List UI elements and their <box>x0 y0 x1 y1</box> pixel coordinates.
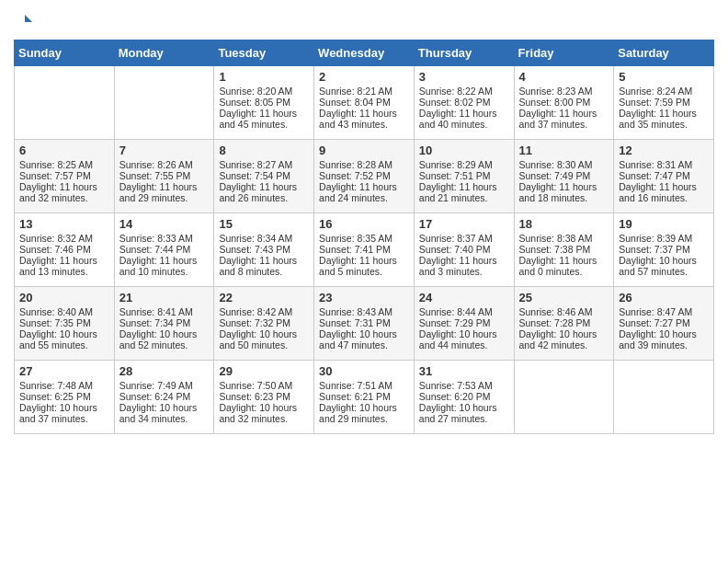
day-number: 26 <box>619 291 709 304</box>
day-number: 13 <box>19 217 109 231</box>
day-info: Sunset: 7:44 PM <box>119 244 210 255</box>
day-number: 18 <box>519 217 609 231</box>
day-info: Daylight: 11 hours and 5 minutes. <box>319 255 409 277</box>
day-info: Sunset: 7:27 PM <box>619 317 709 328</box>
day-info: Sunset: 7:43 PM <box>219 244 309 255</box>
day-number: 14 <box>119 217 210 231</box>
day-number: 7 <box>119 144 210 157</box>
day-info: Sunset: 7:32 PM <box>219 317 309 328</box>
day-number: 15 <box>219 217 309 231</box>
week-row-1: 1Sunrise: 8:20 AMSunset: 8:05 PMDaylight… <box>15 65 714 139</box>
calendar-cell: 18Sunrise: 8:38 AMSunset: 7:38 PMDayligh… <box>514 213 614 286</box>
day-info: Sunrise: 8:29 AM <box>419 159 509 170</box>
header-day-thursday: Thursday <box>414 40 514 65</box>
calendar-cell: 6Sunrise: 8:25 AMSunset: 7:57 PMDaylight… <box>15 139 115 213</box>
calendar-cell: 16Sunrise: 8:35 AMSunset: 7:41 PMDayligh… <box>314 213 415 286</box>
day-info: Sunrise: 8:26 AM <box>119 159 210 170</box>
day-info: Daylight: 10 hours and 27 minutes. <box>419 402 509 424</box>
day-info: Sunset: 7:47 PM <box>619 170 709 181</box>
calendar-cell: 13Sunrise: 8:32 AMSunset: 7:46 PMDayligh… <box>15 213 115 286</box>
day-info: Sunrise: 8:25 AM <box>19 159 109 170</box>
day-info: Sunset: 8:02 PM <box>419 97 509 108</box>
header-day-saturday: Saturday <box>614 40 714 65</box>
day-info: Daylight: 10 hours and 50 minutes. <box>219 328 309 350</box>
calendar-cell: 9Sunrise: 8:28 AMSunset: 7:52 PMDaylight… <box>314 139 415 213</box>
day-info: Sunset: 8:04 PM <box>319 97 409 108</box>
day-number: 1 <box>219 70 309 84</box>
day-info: Daylight: 10 hours and 37 minutes. <box>19 402 109 424</box>
header-day-tuesday: Tuesday <box>214 40 314 65</box>
calendar-cell <box>15 65 115 139</box>
day-info: Sunrise: 8:28 AM <box>319 159 409 170</box>
day-info: Daylight: 11 hours and 37 minutes. <box>519 108 609 130</box>
calendar-cell: 19Sunrise: 8:39 AMSunset: 7:37 PMDayligh… <box>614 213 714 286</box>
day-info: Sunset: 7:34 PM <box>119 317 210 328</box>
day-info: Sunset: 8:05 PM <box>219 97 309 108</box>
calendar-cell: 15Sunrise: 8:34 AMSunset: 7:43 PMDayligh… <box>214 213 314 286</box>
day-info: Daylight: 11 hours and 8 minutes. <box>219 255 309 277</box>
day-info: Sunrise: 8:22 AM <box>419 86 509 97</box>
day-info: Sunrise: 8:21 AM <box>319 86 409 97</box>
day-info: Daylight: 11 hours and 35 minutes. <box>619 108 709 130</box>
day-number: 16 <box>319 217 409 231</box>
day-info: Sunset: 7:37 PM <box>619 244 709 255</box>
calendar-cell <box>114 65 214 139</box>
day-number: 8 <box>219 144 309 157</box>
week-row-3: 13Sunrise: 8:32 AMSunset: 7:46 PMDayligh… <box>15 213 714 286</box>
day-number: 4 <box>519 70 609 84</box>
day-info: Sunset: 7:49 PM <box>519 170 609 181</box>
calendar-cell: 31Sunrise: 7:53 AMSunset: 6:20 PMDayligh… <box>414 360 514 433</box>
day-info: Sunrise: 7:48 AM <box>19 380 109 391</box>
day-info: Sunrise: 8:40 AM <box>19 306 109 317</box>
day-info: Sunrise: 8:35 AM <box>319 233 409 244</box>
day-info: Daylight: 10 hours and 44 minutes. <box>419 328 509 350</box>
day-info: Daylight: 11 hours and 45 minutes. <box>219 108 309 130</box>
day-number: 3 <box>419 70 509 84</box>
day-number: 20 <box>19 291 109 304</box>
day-info: Sunrise: 8:30 AM <box>519 159 609 170</box>
day-number: 2 <box>319 70 409 84</box>
day-number: 9 <box>319 144 409 157</box>
calendar-cell <box>614 360 714 433</box>
day-info: Daylight: 10 hours and 42 minutes. <box>519 328 609 350</box>
day-info: Daylight: 10 hours and 52 minutes. <box>119 328 210 350</box>
day-number: 31 <box>419 364 509 378</box>
day-info: Sunset: 8:00 PM <box>519 97 609 108</box>
day-number: 22 <box>219 291 309 304</box>
header-day-sunday: Sunday <box>15 40 115 65</box>
day-info: Sunset: 7:35 PM <box>19 317 109 328</box>
day-number: 21 <box>119 291 210 304</box>
day-info: Sunrise: 8:37 AM <box>419 233 509 244</box>
day-number: 17 <box>419 217 509 231</box>
calendar-cell: 27Sunrise: 7:48 AMSunset: 6:25 PMDayligh… <box>15 360 115 433</box>
day-info: Sunset: 7:59 PM <box>619 97 709 108</box>
day-info: Sunrise: 8:23 AM <box>519 86 609 97</box>
calendar-cell: 12Sunrise: 8:31 AMSunset: 7:47 PMDayligh… <box>614 139 714 213</box>
day-info: Sunset: 7:40 PM <box>419 244 509 255</box>
day-info: Sunrise: 8:33 AM <box>119 233 210 244</box>
day-info: Sunset: 7:46 PM <box>19 244 109 255</box>
calendar-table: SundayMondayTuesdayWednesdayThursdayFrid… <box>14 40 714 434</box>
day-info: Sunset: 6:21 PM <box>319 391 409 402</box>
day-info: Daylight: 10 hours and 57 minutes. <box>619 255 709 277</box>
day-info: Sunset: 6:24 PM <box>119 391 210 402</box>
day-number: 5 <box>619 70 709 84</box>
logo-icon <box>16 13 34 31</box>
calendar-cell: 26Sunrise: 8:47 AMSunset: 7:27 PMDayligh… <box>614 286 714 360</box>
calendar-cell: 30Sunrise: 7:51 AMSunset: 6:21 PMDayligh… <box>314 360 415 433</box>
day-number: 10 <box>419 144 509 157</box>
day-info: Daylight: 11 hours and 26 minutes. <box>219 181 309 203</box>
day-info: Sunrise: 8:43 AM <box>319 306 409 317</box>
day-info: Sunrise: 8:46 AM <box>519 306 609 317</box>
day-info: Sunrise: 8:44 AM <box>419 306 509 317</box>
day-info: Daylight: 11 hours and 10 minutes. <box>119 255 210 277</box>
day-number: 24 <box>419 291 509 304</box>
calendar-cell: 4Sunrise: 8:23 AMSunset: 8:00 PMDaylight… <box>514 65 614 139</box>
svg-marker-0 <box>25 15 32 22</box>
header-day-friday: Friday <box>514 40 614 65</box>
day-info: Sunset: 7:55 PM <box>119 170 210 181</box>
day-number: 27 <box>19 364 109 378</box>
logo <box>14 13 34 36</box>
day-info: Sunrise: 7:49 AM <box>119 380 210 391</box>
day-info: Sunrise: 7:51 AM <box>319 380 409 391</box>
